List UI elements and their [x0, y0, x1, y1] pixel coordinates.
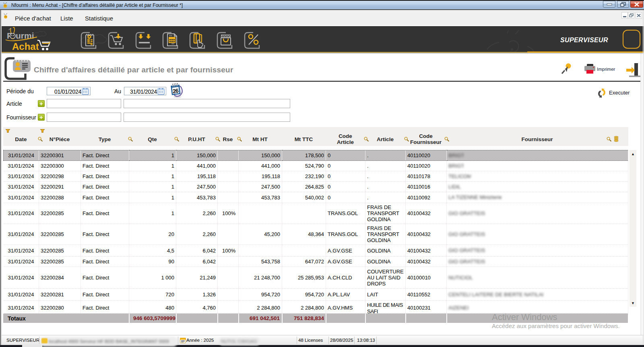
svg-text:urmi: urmi — [16, 31, 34, 40]
svg-text:Achat: Achat — [12, 41, 39, 52]
